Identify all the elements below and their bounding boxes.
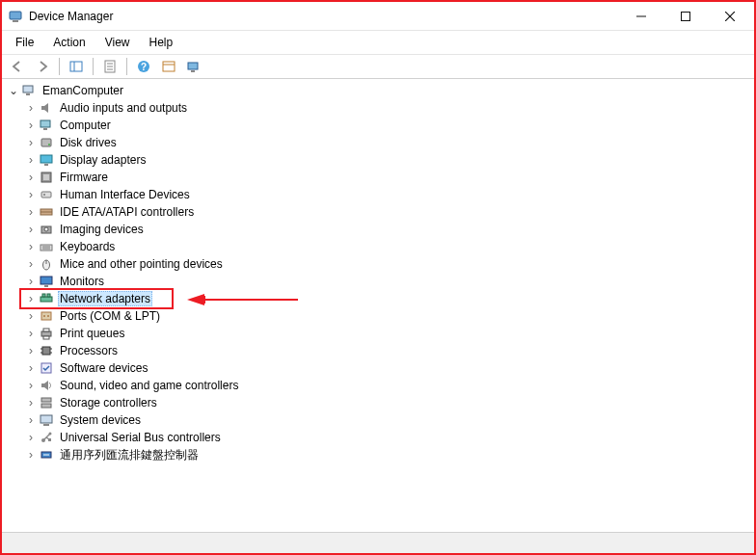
tree-category-node[interactable]: ›Print queues	[23, 325, 754, 342]
audio-icon	[39, 100, 54, 116]
svg-point-46	[47, 315, 49, 317]
tree-category-node[interactable]: ›Human Interface Devices	[23, 186, 754, 203]
expand-icon[interactable]: ›	[23, 187, 39, 202]
expand-icon[interactable]: ›	[23, 204, 39, 220]
properties-button[interactable]	[98, 56, 122, 77]
tree-category-label: Processors	[58, 344, 120, 357]
expand-icon[interactable]: ›	[23, 222, 39, 237]
expand-icon[interactable]: ›	[23, 395, 39, 410]
tree-category-node[interactable]: ›Sound, video and game controllers	[23, 377, 754, 394]
tree-category-label: Mice and other pointing devices	[58, 257, 225, 271]
tree-category-label: Software devices	[58, 361, 149, 375]
svg-point-29	[43, 194, 45, 196]
tree-category-node[interactable]: ›Network adapters	[23, 290, 754, 307]
expand-icon[interactable]: ›	[23, 152, 39, 168]
expand-icon[interactable]: ›	[23, 256, 39, 272]
toolbar-separator	[93, 58, 94, 75]
tree-category-node[interactable]: ›Software devices	[23, 359, 754, 377]
tree-category-node[interactable]: ›Ports (COM & LPT)	[23, 307, 754, 325]
expand-icon[interactable]: ›	[23, 135, 39, 150]
minimize-button[interactable]	[619, 3, 663, 30]
tree-category-node[interactable]: ›Keyboards	[23, 238, 754, 255]
menu-view[interactable]: View	[95, 33, 140, 52]
menu-help[interactable]: Help	[140, 33, 183, 52]
expand-icon[interactable]: ›	[23, 274, 39, 289]
display-icon	[39, 152, 54, 168]
expand-icon[interactable]: ›	[23, 291, 39, 306]
menu-action[interactable]: Action	[43, 33, 94, 52]
tree-root-label: EmanComputer	[40, 84, 125, 97]
computer-icon	[21, 83, 37, 98]
svg-point-62	[49, 433, 52, 436]
scan-hardware-button[interactable]	[157, 56, 180, 77]
expand-icon[interactable]: ›	[23, 430, 39, 445]
toolbar-separator	[126, 58, 127, 75]
svg-rect-24	[40, 155, 52, 163]
svg-rect-25	[44, 164, 48, 166]
expand-icon[interactable]: ›	[23, 239, 39, 254]
svg-rect-64	[48, 438, 51, 441]
expand-icon[interactable]: ›	[23, 118, 39, 133]
expand-icon[interactable]: ›	[23, 343, 39, 358]
tree-category-node[interactable]: ›Display adapters	[23, 151, 754, 169]
cpu-icon	[39, 343, 54, 358]
storage-icon	[39, 395, 54, 410]
tree-category-node[interactable]: ›Firmware	[23, 169, 754, 186]
tree-category-label: Sound, video and game controllers	[58, 379, 240, 392]
titlebar: Device Manager	[2, 2, 754, 31]
svg-rect-19	[26, 93, 30, 95]
tree-category-node[interactable]: ›Audio inputs and outputs	[23, 99, 754, 117]
window-title: Device Manager	[29, 10, 619, 23]
menu-file[interactable]: File	[6, 33, 43, 52]
tree-root-node[interactable]: ⌄ EmanComputer	[4, 82, 754, 99]
expand-icon[interactable]: ›	[23, 170, 39, 185]
menubar: File Action View Help	[2, 31, 754, 54]
expand-icon[interactable]: ›	[23, 360, 39, 376]
expand-icon[interactable]: ›	[23, 100, 39, 116]
expand-icon[interactable]: ›	[23, 308, 39, 324]
svg-rect-57	[41, 404, 51, 408]
tree-category-label: Print queues	[58, 327, 126, 340]
help-button[interactable]: ?	[132, 56, 155, 77]
expand-icon[interactable]: ›	[23, 326, 39, 341]
tree-category-node[interactable]: ›Disk drives	[23, 134, 754, 151]
svg-rect-40	[44, 285, 48, 287]
svg-rect-42	[42, 294, 45, 297]
software-icon	[39, 360, 54, 376]
show-hide-console-button[interactable]	[65, 56, 88, 77]
sound-icon	[39, 378, 54, 393]
device-manager-window: Device Manager File Action View Help	[0, 0, 756, 555]
expand-icon[interactable]: ›	[23, 412, 39, 428]
tree-category-node[interactable]: ›System devices	[23, 411, 754, 429]
tree-category-label: Imaging devices	[58, 223, 146, 236]
close-button[interactable]	[708, 3, 752, 30]
system-icon	[39, 412, 54, 428]
expand-icon[interactable]: ›	[23, 447, 39, 462]
tree-category-node[interactable]: ›Computer	[23, 117, 754, 134]
toolbar-separator	[59, 58, 60, 75]
collapse-icon[interactable]: ⌄	[6, 83, 21, 98]
tree-content[interactable]: ⌄ EmanComputer ›Audio inputs and outputs…	[2, 79, 754, 532]
svg-rect-43	[47, 294, 50, 297]
app-icon	[8, 9, 23, 24]
tree-category-node[interactable]: ›Storage controllers	[23, 394, 754, 411]
svg-rect-6	[70, 62, 82, 71]
back-button[interactable]	[6, 56, 29, 77]
tree-category-node[interactable]: ›Universal Serial Bus controllers	[23, 429, 754, 446]
svg-rect-1	[13, 20, 18, 22]
tree-category-node[interactable]: ›IDE ATA/ATAPI controllers	[23, 203, 754, 221]
tree-category-node[interactable]: ›Mice and other pointing devices	[23, 255, 754, 273]
forward-button[interactable]	[31, 56, 54, 77]
tree-category-label: Audio inputs and outputs	[58, 101, 189, 115]
tree-category-node[interactable]: ›Imaging devices	[23, 221, 754, 238]
tree-category-label: Network adapters	[58, 291, 152, 306]
svg-rect-56	[41, 398, 51, 402]
devices-button[interactable]	[182, 56, 205, 77]
tree-category-label: Firmware	[58, 171, 110, 184]
tree-category-node[interactable]: ›Processors	[23, 342, 754, 359]
network-icon	[39, 291, 54, 306]
maximize-button[interactable]	[663, 3, 708, 30]
expand-icon[interactable]: ›	[23, 378, 39, 393]
tree-category-node[interactable]: ›Monitors	[23, 273, 754, 290]
tree-category-node[interactable]: ›通用序列匯流排鍵盤控制器	[23, 446, 754, 463]
